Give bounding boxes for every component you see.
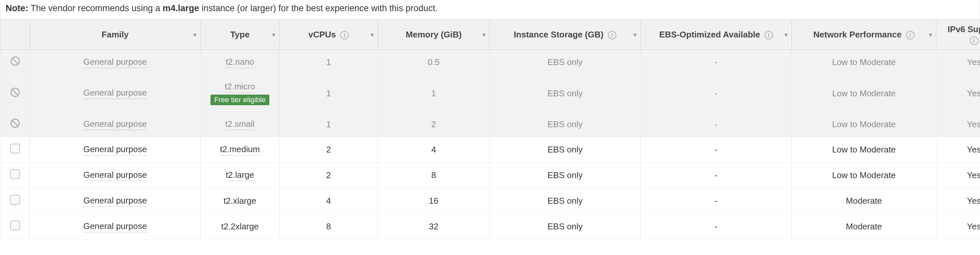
vcpus-cell: 1: [280, 112, 378, 137]
header-label: EBS-Optimized Available: [659, 30, 760, 40]
memory-cell: 32: [378, 214, 490, 239]
family-cell: General purpose: [30, 188, 200, 214]
storage-cell: EBS only: [490, 163, 641, 188]
family-link[interactable]: General purpose: [83, 119, 147, 130]
ebs-cell: -: [641, 50, 792, 75]
type-cell: t2.medium: [200, 137, 280, 163]
column-header-ipv6[interactable]: IPv6 Support i ▾: [936, 20, 980, 50]
type-link[interactable]: t2.micro: [224, 81, 255, 92]
vcpus-cell: 8: [280, 214, 378, 239]
info-icon[interactable]: i: [970, 37, 978, 45]
free-tier-badge: Free tier eligible: [210, 95, 269, 105]
note-instance-type: m4.large: [162, 3, 199, 13]
info-icon[interactable]: i: [340, 31, 349, 40]
type-cell: t2.2xlarge: [200, 214, 280, 239]
header-label: Family: [102, 30, 129, 40]
select-cell[interactable]: [0, 188, 30, 214]
table-row[interactable]: General purposet2.medium24EBS only-Low t…: [0, 137, 980, 163]
network-cell: Moderate: [792, 214, 936, 239]
instance-type-table: Family ▾ Type ▾ vCPUs i ▾ Memory (GiB) ▾…: [0, 19, 980, 239]
row-checkbox[interactable]: [10, 143, 20, 153]
memory-cell: 0.5: [378, 50, 490, 75]
vcpus-cell: 2: [280, 163, 378, 188]
column-header-memory[interactable]: Memory (GiB) ▾: [378, 20, 490, 50]
header-label: vCPUs: [309, 30, 336, 40]
family-cell: General purpose: [30, 163, 200, 188]
storage-cell: EBS only: [490, 112, 641, 137]
storage-cell: EBS only: [490, 137, 641, 163]
table-row[interactable]: General purposet2.2xlarge832EBS only-Mod…: [0, 214, 980, 239]
disabled-icon: [11, 119, 20, 128]
info-icon[interactable]: i: [608, 31, 616, 40]
row-checkbox[interactable]: [10, 169, 20, 179]
column-header-storage[interactable]: Instance Storage (GB) i ▾: [490, 20, 641, 50]
info-icon[interactable]: i: [765, 31, 773, 40]
memory-cell: 4: [378, 137, 490, 163]
network-cell: Moderate: [792, 188, 936, 214]
disabled-icon: [11, 88, 20, 97]
type-link: t2.xlarge: [224, 196, 256, 206]
ebs-cell: -: [641, 163, 792, 188]
column-header-family[interactable]: Family ▾: [30, 20, 200, 50]
select-cell[interactable]: [0, 163, 30, 188]
network-cell: Low to Moderate: [792, 112, 936, 137]
select-cell[interactable]: [0, 137, 30, 163]
sort-caret-icon[interactable]: ▾: [784, 31, 788, 38]
header-label: Network Performance: [813, 30, 902, 40]
storage-cell: EBS only: [490, 214, 641, 239]
family-cell: General purpose: [30, 214, 200, 239]
sort-caret-icon[interactable]: ▾: [272, 31, 275, 38]
sort-caret-icon[interactable]: ▾: [482, 31, 485, 38]
table-row[interactable]: General purposet2.microFree tier eligibl…: [0, 75, 980, 112]
type-cell: t2.large: [200, 163, 280, 188]
sort-caret-icon[interactable]: ▾: [929, 31, 932, 38]
sort-caret-icon[interactable]: ▾: [371, 31, 374, 38]
type-link[interactable]: t2.nano: [226, 57, 254, 68]
type-link[interactable]: t2.large: [226, 170, 254, 181]
vcpus-cell: 1: [280, 75, 378, 112]
family-link[interactable]: General purpose: [83, 196, 147, 207]
column-header-vcpus[interactable]: vCPUs i ▾: [280, 20, 378, 50]
storage-cell: EBS only: [490, 75, 641, 112]
type-cell: t2.small: [200, 112, 280, 137]
ebs-cell: -: [641, 214, 792, 239]
column-header-network[interactable]: Network Performance i ▾: [792, 20, 936, 50]
network-cell: Low to Moderate: [792, 163, 936, 188]
note-text-before: The vendor recommends using a: [28, 3, 162, 13]
vcpus-cell: 1: [280, 50, 378, 75]
select-cell: [0, 50, 30, 75]
ipv6-cell: Yes: [936, 214, 980, 239]
table-row[interactable]: General purposet2.nano10.5EBS only-Low t…: [0, 50, 980, 75]
type-link[interactable]: t2.medium: [220, 144, 260, 155]
column-header-select: [0, 20, 30, 50]
ebs-cell: -: [641, 137, 792, 163]
sort-caret-icon[interactable]: ▾: [193, 31, 196, 38]
column-header-type[interactable]: Type ▾: [200, 20, 280, 50]
family-link[interactable]: General purpose: [83, 170, 147, 181]
family-link[interactable]: General purpose: [83, 144, 147, 155]
memory-cell: 16: [378, 188, 490, 214]
column-header-ebs[interactable]: EBS-Optimized Available i ▾: [641, 20, 792, 50]
family-link[interactable]: General purpose: [83, 57, 147, 68]
row-checkbox[interactable]: [10, 220, 20, 230]
network-cell: Low to Moderate: [792, 75, 936, 112]
ebs-cell: -: [641, 112, 792, 137]
family-link[interactable]: General purpose: [83, 221, 147, 232]
type-link[interactable]: t2.small: [225, 119, 255, 130]
family-cell: General purpose: [30, 50, 200, 75]
table-row[interactable]: General purposet2.small12EBS only-Low to…: [0, 112, 980, 137]
row-checkbox[interactable]: [10, 195, 20, 205]
ebs-cell: -: [641, 75, 792, 112]
header-label: Memory (GiB): [406, 30, 461, 40]
note-text-after: instance (or larger) for the best experi…: [199, 3, 438, 13]
sort-caret-icon[interactable]: ▾: [633, 31, 636, 38]
table-row[interactable]: General purposet2.xlarge416EBS only-Mode…: [0, 188, 980, 214]
select-cell[interactable]: [0, 214, 30, 239]
table-row[interactable]: General purposet2.large28EBS only-Low to…: [0, 163, 980, 188]
disabled-icon: [11, 57, 20, 66]
network-cell: Low to Moderate: [792, 50, 936, 75]
family-link[interactable]: General purpose: [83, 88, 147, 99]
header-label: IPv6 Support: [948, 24, 980, 35]
memory-cell: 8: [378, 163, 490, 188]
info-icon[interactable]: i: [906, 31, 915, 40]
